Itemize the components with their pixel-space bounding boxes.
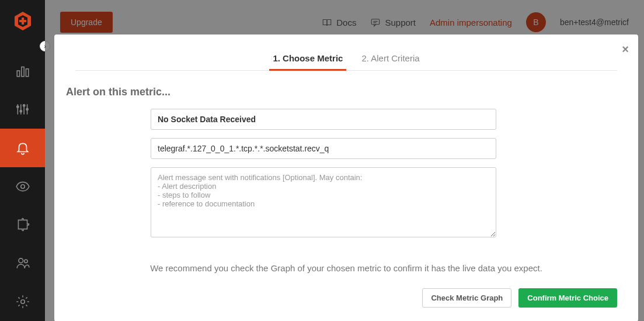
tab-choose-metric[interactable]: 1. Choose Metric <box>273 53 343 70</box>
sidebar-item-settings[interactable] <box>0 282 45 321</box>
alert-message-textarea[interactable] <box>151 167 496 237</box>
bar-chart-icon <box>15 63 30 78</box>
metric-path-input[interactable] <box>151 138 496 159</box>
modal-heading: Alert on this metric... <box>66 86 586 98</box>
confirm-metric-choice-button[interactable]: Confirm Metric Choice <box>518 288 617 308</box>
check-metric-graph-button[interactable]: Check Metric Graph <box>422 288 511 308</box>
sliders-icon <box>15 102 30 117</box>
svg-point-16 <box>18 258 23 263</box>
sidebar-item-integrations[interactable] <box>0 205 45 244</box>
eye-icon <box>15 179 30 194</box>
sidebar-item-users[interactable] <box>0 244 45 282</box>
svg-rect-4 <box>17 71 19 77</box>
gear-icon <box>15 294 30 309</box>
svg-point-17 <box>24 260 27 263</box>
svg-point-15 <box>20 184 25 188</box>
puzzle-icon <box>15 217 30 232</box>
sidebar <box>0 0 45 321</box>
svg-rect-6 <box>26 69 28 77</box>
sidebar-item-metrics[interactable] <box>0 90 45 129</box>
alert-name-input[interactable] <box>151 109 496 130</box>
bell-icon <box>15 140 30 156</box>
svg-point-14 <box>26 108 27 110</box>
svg-point-11 <box>16 106 18 108</box>
close-icon: × <box>622 43 629 56</box>
svg-rect-5 <box>21 67 23 76</box>
tab-alert-criteria[interactable]: 2. Alert Criteria <box>361 53 419 70</box>
users-icon <box>15 256 30 271</box>
svg-rect-3 <box>19 20 26 22</box>
sidebar-item-monitoring[interactable] <box>0 167 45 206</box>
modal-tabs: 1. Choose Metric 2. Alert Criteria <box>75 34 617 71</box>
svg-point-18 <box>20 300 25 304</box>
sidebar-item-dashboards[interactable] <box>0 51 45 90</box>
svg-point-12 <box>20 110 22 112</box>
create-alert-modal: × 1. Choose Metric 2. Alert Criteria Ale… <box>54 34 638 321</box>
svg-point-13 <box>23 105 25 106</box>
app-logo <box>12 11 33 34</box>
close-button[interactable]: × <box>622 43 629 56</box>
sidebar-item-alerts[interactable] <box>0 129 45 167</box>
recommendation-text: We recommend you check the Graph of your… <box>107 263 586 273</box>
